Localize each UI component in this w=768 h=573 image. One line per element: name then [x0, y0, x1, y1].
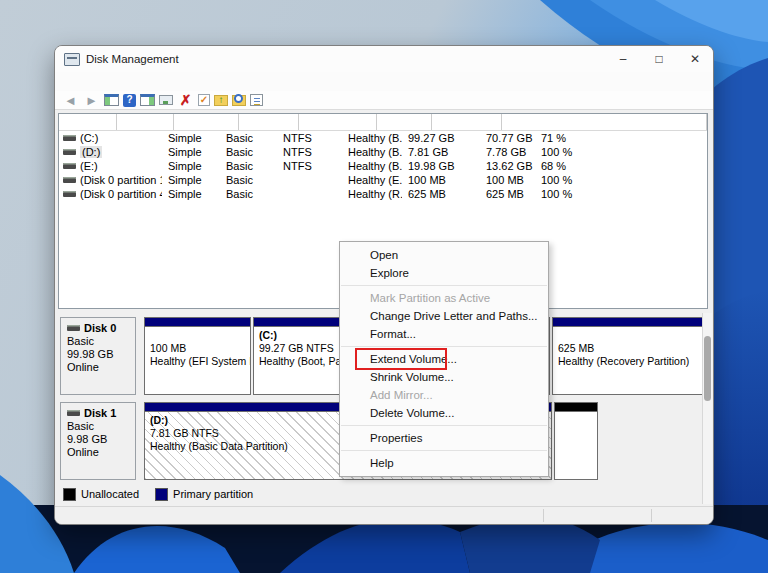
- app-icon: [64, 53, 80, 66]
- context-menu: OpenExploreMark Partition as ActiveChang…: [339, 241, 549, 477]
- column-header-capacity[interactable]: [377, 114, 432, 130]
- context-menu-item[interactable]: [341, 346, 547, 347]
- volume-icon: [63, 177, 76, 183]
- volume-icon: [63, 163, 76, 169]
- context-menu-item-mark-partition-as-active[interactable]: Mark Partition as Active: [340, 289, 548, 307]
- disk-management-window: Disk Management – □ ✕: [54, 45, 714, 525]
- action-pane-icon[interactable]: [140, 94, 155, 106]
- unallocated-bar: [555, 403, 597, 412]
- menu-bar: [55, 72, 713, 92]
- forward-icon[interactable]: [83, 93, 100, 107]
- legend-item-primary-partition: Primary partition: [155, 488, 253, 501]
- delete-icon[interactable]: [177, 93, 194, 107]
- context-menu-item-add-mirror[interactable]: Add Mirror...: [340, 386, 548, 404]
- column-header-free-spa[interactable]: [432, 114, 502, 130]
- window-title: Disk Management: [86, 53, 179, 65]
- context-menu-item-properties[interactable]: Properties: [340, 429, 548, 447]
- volume-row-disk-0-partition-1[interactable]: (Disk 0 partition 1) Simple Basic Health…: [59, 173, 707, 187]
- menubar-item-file[interactable]: [63, 81, 77, 83]
- volume-icon: [63, 191, 76, 197]
- context-menu-item-open[interactable]: Open: [340, 246, 548, 264]
- partition-unallocated[interactable]: [554, 402, 598, 480]
- status-bar-divider: [651, 509, 652, 522]
- disk-1-header[interactable]: Disk 1 Basic 9.98 GB Online: [60, 402, 136, 480]
- toolbar: [55, 91, 713, 110]
- explore-folder-icon[interactable]: [232, 95, 246, 106]
- title-bar[interactable]: Disk Management – □ ✕: [55, 46, 713, 73]
- volume-list-body: (C:) Simple Basic NTFS Healthy (B... 99.…: [59, 131, 707, 201]
- context-menu-item-shrink-volume[interactable]: Shrink Volume...: [340, 368, 548, 386]
- legend-color-swatch: [63, 488, 76, 501]
- mark-active-icon[interactable]: [198, 94, 210, 106]
- status-bar-divider: [543, 509, 544, 522]
- minimize-button[interactable]: –: [605, 46, 641, 72]
- partition-efi-system[interactable]: 100 MB Healthy (EFI System Part: [144, 317, 251, 395]
- menubar-item-view[interactable]: [99, 81, 113, 83]
- legend-bar: Unallocated Primary partition: [58, 484, 710, 504]
- scrollbar-thumb[interactable]: [704, 336, 711, 401]
- menubar-item-help[interactable]: [117, 81, 131, 83]
- desktop: Disk Management – □ ✕: [0, 0, 768, 573]
- close-button[interactable]: ✕: [677, 46, 713, 72]
- back-icon[interactable]: [62, 93, 79, 107]
- context-menu-item-delete-volume[interactable]: Delete Volume...: [340, 404, 548, 422]
- maximize-button[interactable]: □: [641, 46, 677, 72]
- disk-0-header[interactable]: Disk 0 Basic 99.98 GB Online: [60, 317, 136, 395]
- column-header-type[interactable]: [174, 114, 239, 130]
- toolbar-icons-group: [60, 93, 265, 107]
- disk-icon: [67, 325, 80, 331]
- context-menu-item-extend-volume[interactable]: Extend Volume...: [340, 350, 548, 368]
- volume-row-disk-0-partition-4[interactable]: (Disk 0 partition 4) Simple Basic Health…: [59, 187, 707, 201]
- popup-icon[interactable]: [159, 95, 173, 105]
- partition-recovery[interactable]: 625 MB Healthy (Recovery Partition): [552, 317, 704, 395]
- context-menu-item[interactable]: [341, 450, 547, 451]
- legend-color-swatch: [155, 488, 168, 501]
- volume-row-d[interactable]: (D:) Simple Basic NTFS Healthy (B... 7.8…: [59, 145, 707, 159]
- context-menu-item-help[interactable]: Help: [340, 454, 548, 472]
- legend-item-unallocated: Unallocated: [63, 488, 139, 501]
- disk-icon: [67, 410, 80, 416]
- context-menu-item-explore[interactable]: Explore: [340, 264, 548, 282]
- menubar-item-action[interactable]: [81, 81, 95, 83]
- volume-icon: [63, 149, 76, 155]
- disk-pane-scrollbar[interactable]: [702, 313, 712, 504]
- volume-row-e[interactable]: (E:) Simple Basic NTFS Healthy (B... 19.…: [59, 159, 707, 173]
- primary-partition-bar: [145, 318, 250, 327]
- context-menu-item[interactable]: [341, 425, 547, 426]
- open-folder-icon[interactable]: [214, 95, 228, 106]
- context-menu-item-change-drive-letter-and-paths[interactable]: Change Drive Letter and Paths...: [340, 307, 548, 325]
- primary-partition-bar: [553, 318, 703, 327]
- column-header-volume[interactable]: [59, 114, 117, 130]
- column-header-free[interactable]: [502, 114, 707, 130]
- window-controls: – □ ✕: [605, 46, 713, 72]
- column-header-status[interactable]: [299, 114, 377, 130]
- properties-icon[interactable]: [250, 94, 263, 106]
- column-header-file-system[interactable]: [239, 114, 299, 130]
- help-icon[interactable]: [123, 94, 136, 107]
- context-menu-item-format[interactable]: Format...: [340, 325, 548, 343]
- volume-icon: [63, 135, 76, 141]
- column-header-layout[interactable]: [117, 114, 174, 130]
- volume-list-header: [59, 114, 707, 131]
- context-menu-item[interactable]: [341, 285, 547, 286]
- volume-row-c[interactable]: (C:) Simple Basic NTFS Healthy (B... 99.…: [59, 131, 707, 145]
- console-tree-icon[interactable]: [104, 94, 119, 106]
- status-bar: [55, 506, 713, 524]
